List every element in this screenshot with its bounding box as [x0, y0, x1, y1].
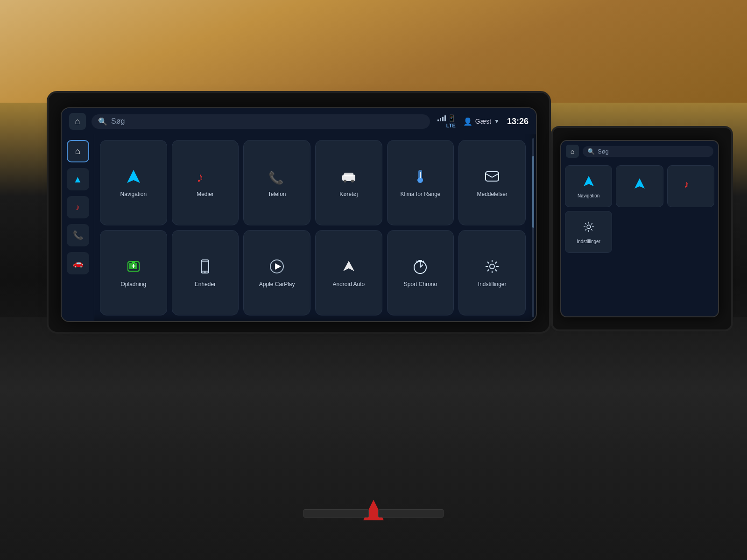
- svg-text:♪: ♪: [197, 169, 204, 185]
- meddelelser-label: Meddelelser: [477, 191, 507, 197]
- indstillinger-icon: [484, 258, 500, 277]
- vent-left: [303, 509, 369, 518]
- svg-line-12: [492, 174, 499, 177]
- enheder-icon: [197, 258, 213, 277]
- navigation-icon: [125, 168, 142, 187]
- svg-marker-40: [584, 176, 594, 186]
- indstillinger-label: Indstillinger: [478, 281, 507, 287]
- app-tile-koretoj[interactable]: Køretøj: [315, 140, 382, 225]
- app-tile-meddelelser[interactable]: Meddelelser: [458, 140, 526, 225]
- home-button[interactable]: ⌂: [69, 113, 86, 130]
- secondary-header: ⌂ 🔍 Søg: [561, 141, 718, 161]
- telefon-label: Telefon: [268, 191, 286, 197]
- medier-label: Medier: [197, 191, 214, 197]
- sidebar-home-icon: ⌂: [75, 147, 80, 156]
- app-tile-klima[interactable]: Klima for Range: [387, 140, 454, 225]
- app-tile-carplay[interactable]: Apple CarPlay: [243, 230, 310, 315]
- signal-icons: 📱: [437, 114, 456, 122]
- navigation-label: Navigation: [120, 191, 147, 197]
- medier-icon: ♪: [197, 168, 213, 187]
- lte-badge: LTE: [446, 123, 456, 128]
- secondary-nav2-icon: [633, 177, 646, 193]
- time-display: 13:26: [507, 117, 529, 126]
- search-bar[interactable]: 🔍 Søg: [92, 114, 430, 129]
- app-tile-medier[interactable]: ♪ Medier: [172, 140, 239, 225]
- phone-icon-signal: 📱: [448, 114, 456, 122]
- home-icon: ⌂: [75, 117, 80, 126]
- sidebar-music-icon: ♪: [76, 203, 80, 212]
- vent-right: [378, 509, 444, 518]
- app-tile-enheder[interactable]: Enheder: [172, 230, 239, 315]
- svg-line-39: [487, 270, 489, 272]
- klima-icon: [412, 168, 429, 187]
- grid-wrapper: Navigation ♪ Medier 📞: [94, 134, 530, 321]
- signal-bars: [437, 115, 446, 121]
- secondary-search-placeholder: Søg: [598, 148, 609, 155]
- signal-bar-4: [444, 115, 446, 121]
- sport-chrono-icon: [412, 258, 429, 277]
- secondary-settings-icon: [582, 220, 595, 236]
- svg-rect-4: [344, 173, 353, 176]
- signal-bar-2: [440, 118, 441, 121]
- main-screen: ⌂ 🔍 Søg 📱 LTE 👤 Gæ: [61, 107, 537, 322]
- dropdown-arrow-icon: ▼: [494, 118, 500, 125]
- seat-area: [0, 0, 747, 103]
- secondary-tile-navigation1[interactable]: Navigation: [565, 165, 612, 207]
- carplay-label: Apple CarPlay: [259, 281, 295, 287]
- user-button[interactable]: 👤 Gæst ▼: [463, 117, 500, 126]
- app-tile-sport-chrono[interactable]: Sport Chrono: [387, 230, 454, 315]
- signal-bar-1: [437, 119, 439, 121]
- sidebar-item-media[interactable]: ♪: [67, 196, 89, 218]
- svg-line-49: [591, 229, 592, 231]
- carplay-icon: [268, 258, 285, 277]
- app-tile-navigation[interactable]: Navigation: [100, 140, 167, 225]
- enheder-label: Enheder: [195, 281, 216, 287]
- sidebar-item-phone[interactable]: 📞: [67, 224, 89, 246]
- opladning-label: Opladning: [120, 281, 146, 287]
- main-header: ⌂ 🔍 Søg 📱 LTE 👤 Gæ: [62, 108, 536, 134]
- meddelelser-icon: [484, 168, 500, 187]
- secondary-home-button[interactable]: ⌂: [566, 145, 579, 158]
- sidebar-item-navigation[interactable]: ▲: [67, 168, 89, 190]
- secondary-search-bar[interactable]: 🔍 Søg: [583, 146, 713, 157]
- sidebar: ⌂ ▲ ♪ 📞 🚗: [62, 134, 94, 321]
- koretoj-icon: [340, 168, 357, 187]
- secondary-media-icon: ♪: [684, 177, 697, 193]
- svg-point-5: [344, 180, 346, 182]
- secondary-app-grid: Navigation ♪: [561, 161, 718, 257]
- secondary-nav1-label: Navigation: [578, 193, 599, 198]
- search-placeholder: Søg: [111, 117, 125, 126]
- secondary-screen: ⌂ 🔍 Søg Navigation: [560, 140, 719, 317]
- secondary-tile-settings[interactable]: Indstillinger: [565, 211, 612, 253]
- scroll-thumb: [532, 156, 534, 228]
- svg-point-43: [587, 225, 591, 229]
- app-tile-opladning[interactable]: Opladning: [100, 230, 167, 315]
- user-label: Gæst: [475, 118, 491, 125]
- secondary-settings-label: Indstillinger: [577, 239, 600, 244]
- svg-point-21: [204, 272, 206, 273]
- android-icon: [340, 258, 357, 277]
- app-grid: Navigation ♪ Medier 📞: [100, 140, 526, 315]
- svg-line-38: [495, 262, 497, 264]
- sidebar-car-icon: 🚗: [73, 258, 83, 268]
- secondary-search-icon: 🔍: [587, 148, 595, 155]
- app-tile-indstillinger[interactable]: Indstillinger: [458, 230, 526, 315]
- svg-line-48: [585, 223, 586, 224]
- svg-rect-28: [418, 260, 422, 261]
- svg-marker-0: [127, 170, 140, 183]
- app-tile-telefon[interactable]: 📞 Telefon: [243, 140, 310, 225]
- sidebar-item-home[interactable]: ⌂: [67, 140, 89, 162]
- klima-label: Klima for Range: [400, 191, 440, 197]
- svg-marker-23: [275, 263, 281, 270]
- app-tile-android[interactable]: Android Auto: [315, 230, 382, 315]
- secondary-tile-media[interactable]: ♪: [667, 165, 714, 207]
- sidebar-nav-icon: ▲: [73, 174, 83, 185]
- secondary-tile-navigation2[interactable]: [616, 165, 663, 207]
- opladning-icon: [125, 258, 142, 277]
- content-area: ⌂ ▲ ♪ 📞 🚗: [62, 134, 536, 321]
- sidebar-item-vehicle[interactable]: 🚗: [67, 252, 89, 274]
- svg-line-51: [585, 229, 586, 231]
- svg-line-50: [591, 223, 592, 224]
- vents-area: [140, 495, 607, 532]
- signal-bar-3: [442, 117, 444, 121]
